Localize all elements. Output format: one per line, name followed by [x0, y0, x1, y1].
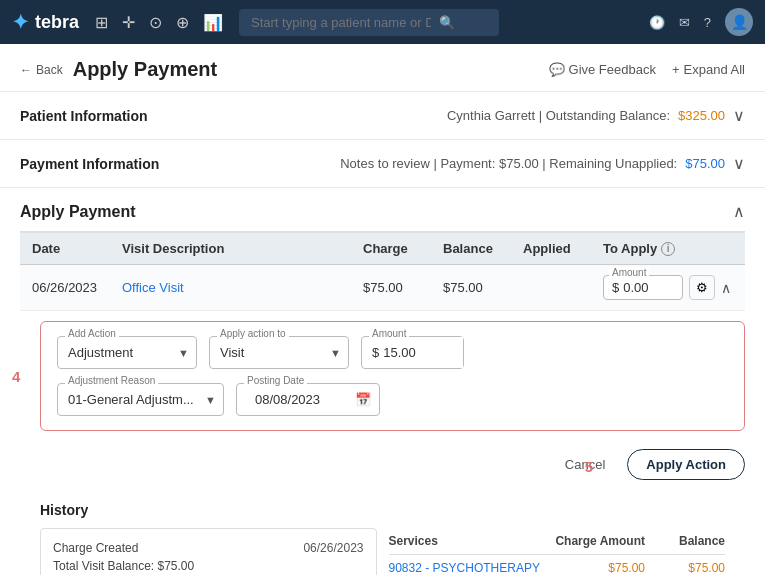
top-navigation: ✦ tebra ⊞ ✛ ⊙ ⊕ 📊 🔍 🕐 ✉ ? 👤	[0, 0, 765, 44]
action-panel-row1: Add Action Adjustment ▼ Apply action to	[57, 336, 728, 369]
step4-label: 4	[12, 368, 20, 385]
mail-icon[interactable]: ✉	[679, 15, 690, 30]
history-section: History Charge Created 06/26/2023 Total …	[20, 490, 745, 575]
apply-payment-section: Apply Payment ∧ Date Visit Description C…	[0, 188, 765, 575]
adjustment-reason-field: Adjustment Reason 01-General Adjustm... …	[57, 383, 224, 416]
cell-date: 06/26/2023	[32, 280, 122, 295]
table-row: 06/26/2023 Office Visit $75.00 $75.00 Am…	[20, 265, 745, 311]
apply-action-button[interactable]: Apply Action	[627, 449, 745, 480]
payment-meta-text: Notes to review | Payment: $75.00 | Rema…	[340, 156, 677, 171]
action-panel: Add Action Adjustment ▼ Apply action to	[40, 321, 745, 431]
row-chevron-up[interactable]: ∧	[721, 280, 731, 296]
step5-label: 5	[585, 457, 593, 474]
services-code: 90832 - PSYCHOTHERAPY W/PATIENT 30 MINUT…	[389, 561, 556, 575]
cell-to-apply: Amount $ 0.00 ⚙ ∧	[603, 275, 733, 300]
person-icon[interactable]: ⊕	[176, 13, 189, 32]
payment-info-meta: Notes to review | Payment: $75.00 | Rema…	[340, 154, 745, 173]
help-icon[interactable]: ?	[704, 15, 711, 30]
services-charge: $75.00	[555, 561, 645, 575]
services-col-charge: Charge Amount	[555, 534, 645, 548]
payment-info-label: Payment Information	[20, 156, 159, 172]
header-visit: Visit Description	[122, 241, 363, 256]
plus-icon[interactable]: ✛	[122, 13, 135, 32]
logo: ✦ tebra	[12, 10, 79, 34]
amount-value: 0.00	[623, 280, 648, 295]
search-icon: 🔍	[439, 15, 455, 30]
avatar[interactable]: 👤	[725, 8, 753, 36]
give-feedback-button[interactable]: 💬 Give Feedback	[549, 62, 656, 77]
history-card-balance: Total Visit Balance: $75.00	[53, 559, 364, 573]
add-action-select-wrapper: Adjustment ▼	[57, 336, 197, 369]
posting-date-label: Posting Date	[244, 375, 307, 386]
history-card-row: Charge Created 06/26/2023	[53, 541, 364, 555]
currency-symbol: $	[612, 280, 619, 295]
nav-icons: ⊞ ✛ ⊙ ⊕ 📊	[95, 13, 223, 32]
amount-float-label: Amount	[609, 267, 649, 278]
posting-date-input[interactable]	[245, 384, 355, 415]
patient-info-chevron[interactable]: ∨	[733, 106, 745, 125]
adjustment-reason-label: Adjustment Reason	[65, 375, 158, 386]
adjustment-reason-select-wrapper: 01-General Adjustm... ▼	[57, 383, 224, 416]
history-icon[interactable]: 🕐	[649, 15, 665, 30]
header-date: Date	[32, 241, 122, 256]
apply-action-to-field: Apply action to Visit ▼	[209, 336, 349, 369]
action-panel-row2: Adjustment Reason 01-General Adjustm... …	[57, 383, 728, 416]
cell-balance: $75.00	[443, 280, 523, 295]
add-action-label: Add Action	[65, 328, 119, 339]
add-action-select[interactable]: Adjustment	[57, 336, 197, 369]
action-panel-wrapper: 4 Add Action Adjustment ▼	[20, 321, 745, 431]
cell-visit[interactable]: Office Visit	[122, 280, 363, 295]
apply-payment-header: Apply Payment ∧	[20, 188, 745, 233]
grid-icon[interactable]: ⊞	[95, 13, 108, 32]
amount-field: Amount $	[361, 336, 464, 369]
plus-small-icon: +	[672, 62, 680, 77]
posting-date-field: Posting Date 📅	[236, 383, 380, 416]
apply-payment-table: Date Visit Description Charge Balance Ap…	[20, 233, 745, 311]
payment-info-chevron[interactable]: ∨	[733, 154, 745, 173]
services-panel: Services Charge Amount Balance 90832 - P…	[389, 528, 726, 575]
content-area: ← Back Apply Payment 💬 Give Feedback + E…	[0, 44, 765, 575]
gear-button[interactable]: ⚙	[689, 275, 715, 300]
dollar-icon[interactable]: ⊙	[149, 13, 162, 32]
header-charge: Charge	[363, 241, 443, 256]
apply-action-to-select[interactable]: Visit	[209, 336, 349, 369]
expand-all-label[interactable]: Expand All	[684, 62, 745, 77]
amount-dollar-sign: $	[362, 337, 383, 368]
expand-all-button[interactable]: + Expand All	[672, 62, 745, 77]
logo-star: ✦	[12, 10, 29, 34]
back-label[interactable]: Back	[36, 63, 63, 77]
give-feedback-label[interactable]: Give Feedback	[569, 62, 656, 77]
header-to-apply: To Apply i	[603, 241, 733, 256]
patient-information-section: Patient Information Cynthia Garrett | Ou…	[0, 92, 765, 140]
patient-balance-amount: $325.00	[678, 108, 725, 123]
adjustment-reason-select[interactable]: 01-General Adjustm...	[57, 383, 224, 416]
amount-field-label: Amount	[369, 328, 409, 339]
search-input[interactable]	[251, 15, 431, 30]
back-link[interactable]: ← Back	[20, 63, 63, 77]
services-data-row: 90832 - PSYCHOTHERAPY W/PATIENT 30 MINUT…	[389, 561, 726, 575]
services-header: Services Charge Amount Balance	[389, 528, 726, 555]
apply-payment-section-title: Apply Payment	[20, 203, 136, 221]
amount-input[interactable]	[383, 337, 463, 368]
header-balance: Balance	[443, 241, 523, 256]
feedback-icon: 💬	[549, 62, 565, 77]
add-action-field: Add Action Adjustment ▼	[57, 336, 197, 369]
payment-information-section: Payment Information Notes to review | Pa…	[0, 140, 765, 188]
patient-info-meta: Cynthia Garrett | Outstanding Balance: $…	[447, 106, 745, 125]
services-col-label: Services	[389, 534, 556, 548]
amount-input-wrap[interactable]: $	[361, 336, 464, 369]
apply-action-to-select-wrapper: Visit ▼	[209, 336, 349, 369]
chart-icon[interactable]: 📊	[203, 13, 223, 32]
to-apply-info-icon[interactable]: i	[661, 242, 675, 256]
calendar-icon[interactable]: 📅	[355, 392, 371, 407]
page-title: Apply Payment	[73, 58, 217, 81]
action-buttons-row: Cancel Apply Action	[20, 441, 745, 490]
history-card: Charge Created 06/26/2023 Total Visit Ba…	[40, 528, 377, 575]
amount-box[interactable]: $ 0.00	[603, 275, 683, 300]
logo-text: tebra	[35, 12, 79, 33]
search-bar[interactable]: 🔍	[239, 9, 499, 36]
history-title: History	[40, 502, 725, 518]
services-balance: $75.00	[645, 561, 725, 575]
apply-payment-chevron[interactable]: ∧	[733, 202, 745, 221]
back-arrow-icon: ←	[20, 63, 32, 77]
